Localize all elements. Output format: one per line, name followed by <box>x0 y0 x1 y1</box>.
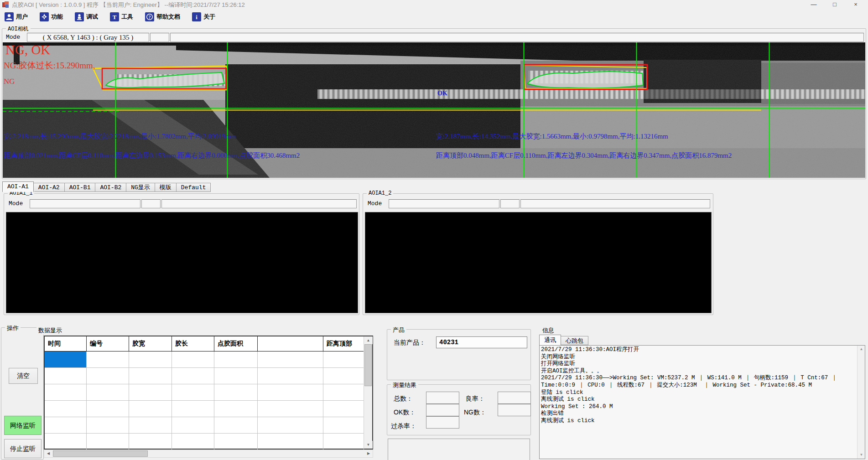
tab-aoi-a1[interactable]: AOI-A1 <box>2 181 34 192</box>
minimize-button[interactable]: — <box>803 0 824 10</box>
camera-field-long[interactable] <box>170 33 864 42</box>
table-cell[interactable] <box>129 401 172 417</box>
tab-communication[interactable]: 通讯 <box>539 335 561 345</box>
table-cell[interactable] <box>45 401 87 417</box>
panel1-field-2[interactable] <box>141 199 161 208</box>
table-cell[interactable] <box>214 351 258 368</box>
table-cell[interactable] <box>129 368 172 384</box>
table-cell[interactable] <box>87 384 129 401</box>
table-vertical-scrollbar[interactable]: ▲ ▼ <box>364 336 372 449</box>
toolbar-button-debug[interactable]: 调试 <box>75 12 98 21</box>
table-cell[interactable] <box>87 401 129 417</box>
table-cell[interactable] <box>323 401 364 417</box>
panel2-field-1[interactable] <box>389 199 499 208</box>
table-row[interactable] <box>45 417 364 434</box>
table-row[interactable] <box>45 368 364 384</box>
table-row[interactable] <box>45 434 364 450</box>
table-cell[interactable] <box>87 417 129 434</box>
tab-template[interactable]: 模版 <box>155 183 177 192</box>
tab-default[interactable]: Default <box>177 183 211 192</box>
scrollbar-thumb[interactable] <box>53 450 148 457</box>
table-cell[interactable] <box>323 434 364 450</box>
table-cell[interactable] <box>323 384 364 401</box>
table-cell[interactable] <box>214 417 258 434</box>
table-cell[interactable] <box>214 368 258 384</box>
total-field[interactable] <box>426 392 459 404</box>
table-cell[interactable] <box>323 368 364 384</box>
panel1-mode-dropdown[interactable]: Mode ▼ <box>7 199 28 208</box>
table-cell[interactable] <box>214 401 258 417</box>
maximize-button[interactable]: □ <box>824 0 845 10</box>
panel2-image-view[interactable] <box>365 212 712 313</box>
aoia1-2-panel: AOIA1_2 Mode ▼ <box>363 193 713 315</box>
table-cell[interactable] <box>45 351 87 368</box>
scroll-up-icon[interactable]: ▲ <box>858 346 865 353</box>
scroll-right-icon[interactable]: ▶ <box>364 450 373 457</box>
panel2-field-2[interactable] <box>500 199 520 208</box>
table-cell[interactable] <box>214 384 258 401</box>
scroll-down-icon[interactable]: ▼ <box>364 441 373 449</box>
overkill-field[interactable] <box>426 416 459 429</box>
ng-count-field[interactable] <box>498 404 531 416</box>
tab-heartbeat[interactable]: 心跳包 <box>561 336 588 345</box>
tab-ng-display[interactable]: NG显示 <box>126 183 155 192</box>
tab-aoi-a2[interactable]: AOI-A2 <box>34 183 65 192</box>
close-button[interactable]: × <box>845 0 866 10</box>
table-row[interactable] <box>45 401 364 417</box>
ok-count-field[interactable] <box>426 404 459 416</box>
table-cell[interactable] <box>172 351 214 368</box>
tab-aoi-b1[interactable]: AOI-B1 <box>65 183 96 192</box>
table-cell[interactable] <box>214 434 258 450</box>
panel1-field-1[interactable] <box>30 199 140 208</box>
table-cell[interactable] <box>172 384 214 401</box>
table-cell[interactable] <box>129 351 172 368</box>
toolbar-button-about[interactable]: i 关于 <box>192 12 215 21</box>
table-cell[interactable] <box>323 417 364 434</box>
table-cell[interactable] <box>87 351 129 368</box>
communication-log[interactable]: 2021/7/29 11:36:30:AOI程序打开 关闭网络监听 打开网络监听… <box>539 345 865 459</box>
table-cell[interactable] <box>323 351 364 368</box>
table-cell[interactable] <box>172 417 214 434</box>
panel2-field-3[interactable] <box>520 199 710 208</box>
table-cell[interactable] <box>258 401 323 417</box>
log-vertical-scrollbar[interactable]: ▲ ▼ <box>857 346 865 459</box>
table-cell[interactable] <box>258 351 323 368</box>
toolbar-button-function[interactable]: 功能 <box>40 12 63 21</box>
scrollbar-thumb[interactable] <box>364 344 372 386</box>
toolbar-button-help[interactable]: ? 帮助文档 <box>145 12 180 21</box>
table-cell[interactable] <box>258 434 323 450</box>
table-cell[interactable] <box>258 417 323 434</box>
tab-aoi-b2[interactable]: AOI-B2 <box>95 183 126 192</box>
table-cell[interactable] <box>129 434 172 450</box>
current-product-input[interactable]: 40231 <box>436 336 527 348</box>
scroll-down-icon[interactable]: ▼ <box>858 451 865 459</box>
table-cell[interactable] <box>172 401 214 417</box>
table-horizontal-scrollbar[interactable]: ◀ ▶ <box>44 450 373 458</box>
table-cell[interactable] <box>87 434 129 450</box>
panel1-image-view[interactable] <box>6 212 358 313</box>
table-cell[interactable] <box>258 384 323 401</box>
yield-field[interactable] <box>498 392 531 404</box>
result-list-box[interactable] <box>388 439 530 460</box>
table-cell[interactable] <box>129 417 172 434</box>
panel2-mode-dropdown[interactable]: Mode ▼ <box>366 199 387 208</box>
panel1-field-3[interactable] <box>161 199 357 208</box>
camera-image-view[interactable]: NG, OK NG:胶体过长:15.290mm, NG OK 宽:2.218mm… <box>3 42 865 178</box>
scroll-up-icon[interactable]: ▲ <box>364 336 373 344</box>
table-row[interactable] <box>45 351 364 368</box>
table-cell[interactable] <box>172 368 214 384</box>
table-cell[interactable] <box>172 434 214 450</box>
table-cell[interactable] <box>129 384 172 401</box>
camera-mode-dropdown[interactable]: Mode ▼ <box>4 33 25 42</box>
camera-field-small[interactable] <box>150 33 169 42</box>
table-cell[interactable] <box>45 384 87 401</box>
table-cell[interactable] <box>45 417 87 434</box>
table-cell[interactable] <box>45 434 87 450</box>
table-cell[interactable] <box>258 368 323 384</box>
table-cell[interactable] <box>45 368 87 384</box>
scroll-left-icon[interactable]: ◀ <box>44 450 52 457</box>
toolbar-button-tools[interactable]: T 工具 <box>110 12 133 21</box>
table-row[interactable] <box>45 384 364 401</box>
toolbar-button-user[interactable]: 用户 <box>5 12 28 21</box>
table-cell[interactable] <box>87 368 129 384</box>
